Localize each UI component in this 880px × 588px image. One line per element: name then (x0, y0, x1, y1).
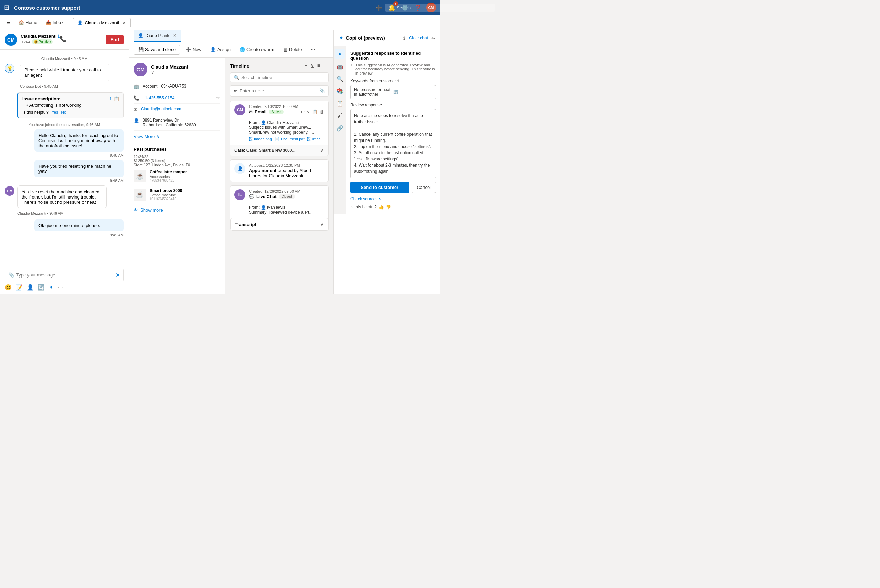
yes-link[interactable]: Yes (51, 110, 59, 115)
email-field: ✉ Claudia@outlook.com (134, 104, 220, 115)
address-field: 👤 3891 Ranchview Dr.Richardson, Californ… (134, 115, 220, 130)
email-card-body: From: 👤 Claudia Mezzanti Subject: Issues… (230, 119, 328, 145)
ai-icon: ✦ (350, 63, 354, 68)
active-tab[interactable]: 👤 Claudia Mezzanti ✕ (73, 18, 131, 27)
help-icon[interactable]: ❓ (413, 3, 423, 12)
chat-toolbar: 😊 📝 👤 🔄 ✦ ⋯ (5, 284, 124, 291)
reply-icon[interactable]: ↩ (301, 109, 305, 114)
copilot-icon[interactable]: ✦ (49, 284, 53, 291)
tab-person-icon: 👤 (138, 33, 143, 38)
expand-copilot-icon[interactable]: ⇔ (432, 36, 435, 41)
menu-toggle[interactable]: ☰ (3, 18, 14, 27)
inbox-icon: 📥 (46, 20, 51, 25)
attach-image[interactable]: 🖼 Image.png (249, 137, 272, 141)
expand-icon[interactable]: ∨ (151, 70, 154, 75)
paperclip-icon[interactable]: 📎 (319, 88, 325, 93)
sort-icon[interactable]: ≡ (317, 63, 320, 69)
add-icon[interactable]: ➕ (374, 3, 384, 12)
send-button[interactable]: ➤ (116, 272, 120, 278)
keywords-info-icon[interactable]: ℹ (397, 79, 399, 84)
contact-icon: 👤 (77, 20, 83, 26)
attachment-icon[interactable]: 📎 (9, 272, 14, 278)
assign-button[interactable]: 👤 Assign (207, 45, 234, 54)
email-value[interactable]: Claudia@outlook.com (141, 106, 182, 111)
issue-copy-icon[interactable]: 📋 (114, 96, 119, 101)
copilot-info-icon[interactable]: ℹ (403, 36, 405, 41)
bot-message: 💡 Please hold while I transfer your call… (5, 63, 124, 90)
review-textarea[interactable]: Here are the steps to resolve the auto f… (350, 109, 436, 178)
past-purchases-title: Past purchases (134, 147, 220, 152)
agent-time-row: 05:44 😊 Positive (21, 39, 60, 44)
settings-icon[interactable]: ⚙️ (400, 3, 410, 12)
emoji-icon[interactable]: 😊 (5, 284, 12, 291)
clear-chat-button[interactable]: Clear chat (409, 36, 428, 40)
livechat-date: Created: 12/26/2022 09:00 AM (249, 189, 324, 194)
more-timeline-icon[interactable]: ⋯ (323, 63, 329, 69)
issue-icons: ℹ 📋 (110, 96, 119, 101)
new-button[interactable]: ➕ New (182, 45, 205, 54)
email-from: From: 👤 Claudia Mezzanti (249, 120, 324, 125)
send-to-customer-button[interactable]: Send to customer (350, 182, 409, 193)
issue-info-icon[interactable]: ℹ (110, 96, 112, 101)
copilot-sidebar: ✦ 🤖 🔍 📚 📋 🖌 🔗 Suggested response to iden… (334, 46, 440, 214)
transcript-chevron[interactable]: ∨ (320, 222, 324, 227)
collapse-case-icon[interactable]: ∧ (321, 148, 324, 153)
more-chat-icon[interactable]: ⋯ (57, 284, 63, 291)
copilot-paint-icon[interactable]: 🖌 (335, 111, 345, 120)
thumbs-up-icon[interactable]: 👍 (379, 205, 384, 210)
timeline-search-input[interactable] (241, 75, 325, 80)
refresh-icon[interactable]: 🔄 (393, 90, 432, 94)
close-case-icon[interactable]: ✕ (173, 33, 177, 38)
keywords-input-row: No pressure or heat in autofrother 🔄 (350, 85, 436, 99)
cancel-button[interactable]: Cancel (412, 182, 436, 193)
home-nav-btn[interactable]: 🏠 Home (15, 18, 41, 27)
app-grid-icon[interactable]: ⊞ (4, 4, 9, 11)
nav-divider (70, 19, 70, 26)
more-toolbar-btn[interactable]: ⋯ (307, 45, 319, 54)
header-action-icons: 📞 ⋯ (60, 36, 75, 42)
notifications-icon[interactable]: 🔔 8 (387, 3, 397, 12)
message-input[interactable] (16, 272, 116, 278)
delete-button[interactable]: 🗑 Delete (280, 45, 305, 54)
case-tab[interactable]: 👤 Diane Plank ✕ (134, 30, 181, 42)
email-avatar: CM (235, 104, 245, 116)
attach-doc[interactable]: 📄 Document.pdf (275, 137, 304, 141)
thumbs-down-icon[interactable]: 👎 (386, 205, 391, 210)
inbox-nav-btn[interactable]: 📥 Inbox (42, 18, 67, 27)
copilot-book-icon[interactable]: 📚 (335, 86, 345, 96)
keywords-value: No pressure or heat in autofrother (354, 87, 393, 97)
view-more-button[interactable]: View More ∨ (134, 130, 220, 142)
transfer-icon[interactable]: 🔄 (38, 284, 45, 291)
copy-icon[interactable]: 📋 (312, 109, 317, 114)
check-sources-row[interactable]: Check sources ∨ (350, 196, 436, 201)
chevron-icon[interactable]: ∨ (307, 109, 310, 114)
create-swarm-button[interactable]: 🌐 Create swarm (236, 45, 278, 54)
end-button[interactable]: End (105, 35, 124, 44)
no-link[interactable]: No (61, 110, 66, 115)
note-input-field[interactable] (239, 88, 317, 93)
copilot-search-icon[interactable]: 🔍 (335, 74, 345, 84)
email-attachments: 🖼 Image.png 📄 Document.pdf 🖼 Imac (249, 137, 324, 141)
show-more-button[interactable]: 👁 Show more (134, 204, 163, 216)
star-icon[interactable]: ☆ (216, 95, 220, 100)
save-close-button[interactable]: 💾 Save and close (134, 45, 180, 55)
more-icon[interactable]: ⋯ (69, 36, 75, 42)
note-icon[interactable]: 📝 (16, 284, 23, 291)
autopost-desc: Appointment created by Albert Flores for… (249, 168, 324, 178)
customer-sender: Claudia Mezzanti • 9:46 AM (17, 211, 107, 215)
phone-value[interactable]: +1-425-555-0154 (143, 96, 174, 100)
email-type-icon: ✉ (249, 109, 253, 114)
phone-icon[interactable]: 📞 (60, 36, 67, 42)
trash-icon[interactable]: 🗑 (320, 109, 324, 114)
close-tab-icon[interactable]: ✕ (122, 20, 126, 26)
copilot-chat-icon[interactable]: ✦ (335, 49, 345, 59)
joined-meta: You have joined the conversation, 9:46 A… (5, 123, 124, 127)
copilot-list-icon[interactable]: 📋 (335, 99, 345, 108)
filter-icon[interactable]: ⊻ (310, 63, 314, 69)
people-icon[interactable]: 👤 (27, 284, 34, 291)
copilot-connect-icon[interactable]: 🔗 (335, 123, 345, 133)
attach-img2[interactable]: 🖼 Imac (307, 137, 320, 141)
case-label: Case: Case: Smart Brew 3000... (235, 148, 295, 153)
copilot-agents-icon[interactable]: 🤖 (335, 62, 345, 71)
add-timeline-icon[interactable]: + (304, 63, 307, 69)
